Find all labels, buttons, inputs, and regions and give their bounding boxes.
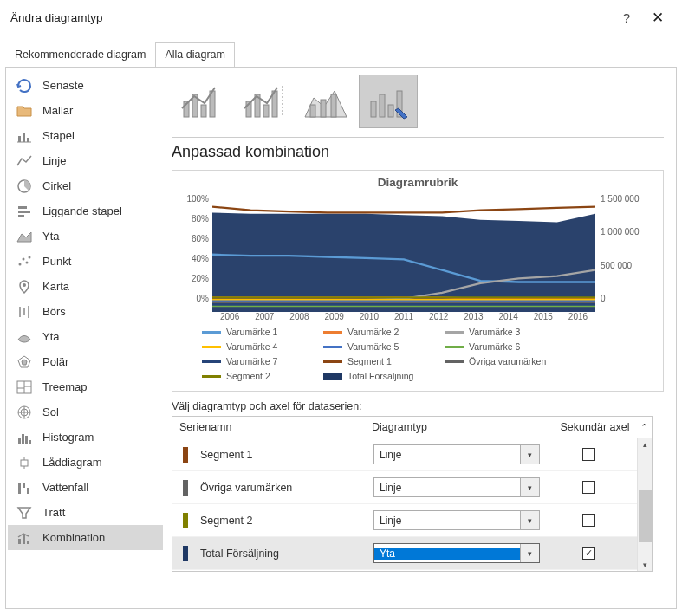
subtype-custom[interactable] bbox=[359, 75, 418, 128]
chart-type-dropdown[interactable]: Linje▾ bbox=[373, 510, 540, 530]
sidebar-item-label: Cirkel bbox=[42, 179, 71, 192]
dropdown-value: Yta bbox=[374, 548, 520, 560]
secondary-axis-checkbox[interactable] bbox=[582, 481, 595, 494]
chevron-down-icon[interactable]: ▾ bbox=[520, 445, 539, 464]
scrollbar[interactable]: ▴ ▾ bbox=[637, 438, 652, 571]
subtype-1[interactable] bbox=[172, 75, 231, 128]
close-button[interactable]: ✕ bbox=[644, 9, 672, 27]
surface-icon bbox=[15, 328, 34, 346]
sidebar-item-label: Stapel bbox=[42, 129, 75, 142]
series-name: Segment 2 bbox=[200, 515, 373, 527]
tab-recommended[interactable]: Rekommenderade diagram bbox=[5, 42, 155, 67]
sidebar-item-line[interactable]: Linje bbox=[8, 148, 163, 173]
sidebar-item-folder[interactable]: Mallar bbox=[8, 98, 163, 123]
sidebar-item-map[interactable]: Karta bbox=[8, 274, 163, 299]
svg-point-11 bbox=[26, 261, 29, 263]
col-charttype: Diagramtyp bbox=[372, 421, 554, 433]
line-icon bbox=[15, 152, 34, 170]
chart-legend: Varumärke 1Varumärke 2Varumärke 3Varumär… bbox=[202, 327, 651, 386]
series-name: Segment 1 bbox=[200, 449, 373, 461]
sidebar-item-label: Polär bbox=[42, 355, 68, 368]
chart-type-sidebar: SenasteMallarStapelLinjeCirkelLiggande s… bbox=[6, 68, 165, 608]
svg-rect-2 bbox=[27, 138, 29, 142]
secondary-axis-checkbox[interactable]: ✓ bbox=[582, 547, 595, 560]
treemap-icon bbox=[15, 379, 34, 396]
grid-header: Serienamn Diagramtyp Sekundär axel ⌃ bbox=[172, 416, 653, 438]
svg-point-12 bbox=[29, 256, 31, 258]
sidebar-item-treemap[interactable]: Treemap bbox=[8, 374, 163, 399]
svg-rect-53 bbox=[331, 94, 336, 117]
legend-item: Segment 2 bbox=[202, 371, 323, 381]
sidebar-item-stock[interactable]: Börs bbox=[8, 299, 163, 324]
legend-item: Segment 1 bbox=[323, 356, 445, 366]
chevron-down-icon[interactable]: ▾ bbox=[520, 544, 539, 562]
series-swatch bbox=[183, 546, 188, 561]
sidebar-item-combo[interactable]: Kombination bbox=[8, 525, 163, 550]
svg-rect-38 bbox=[18, 539, 21, 544]
subtype-2[interactable] bbox=[234, 75, 293, 128]
series-swatch bbox=[183, 447, 188, 463]
sidebar-item-surface[interactable]: Yta bbox=[8, 324, 163, 349]
series-swatch bbox=[183, 513, 188, 528]
sidebar-item-scatter[interactable]: Punkt bbox=[8, 249, 163, 274]
svg-rect-7 bbox=[18, 215, 24, 217]
legend-item: Varumärke 2 bbox=[323, 327, 445, 337]
scroll-up-icon[interactable]: ⌃ bbox=[636, 422, 652, 433]
svg-rect-27 bbox=[18, 438, 21, 444]
tab-all[interactable]: Alla diagram bbox=[155, 42, 234, 67]
sidebar-item-waterfall[interactable]: Vattenfall bbox=[8, 475, 163, 500]
sidebar-item-funnel[interactable]: Tratt bbox=[8, 500, 163, 525]
sidebar-item-radar[interactable]: Polär bbox=[8, 349, 163, 374]
svg-point-13 bbox=[23, 283, 26, 287]
legend-item: Övriga varumärken bbox=[445, 356, 566, 366]
sidebar-item-recent[interactable]: Senaste bbox=[8, 73, 163, 98]
sidebar-item-bar[interactable]: Stapel bbox=[8, 123, 163, 148]
secondary-axis-checkbox[interactable] bbox=[582, 514, 595, 527]
svg-point-10 bbox=[23, 257, 25, 260]
svg-rect-55 bbox=[380, 94, 385, 117]
chart-title: Diagramrubrik bbox=[176, 176, 659, 189]
sidebar-item-label: Mallar bbox=[42, 104, 73, 117]
scrollbar-thumb[interactable] bbox=[639, 490, 652, 542]
map-icon bbox=[15, 278, 34, 295]
secondary-axis-checkbox[interactable] bbox=[582, 448, 595, 461]
sidebar-item-hbar[interactable]: Liggande stapel bbox=[8, 198, 163, 224]
sidebar-item-histogram[interactable]: Histogram bbox=[8, 425, 163, 450]
sunburst-icon bbox=[15, 404, 34, 421]
svg-rect-6 bbox=[18, 211, 30, 213]
sidebar-item-sunburst[interactable]: Sol bbox=[8, 399, 163, 425]
chart-preview: Diagramrubrik 100%80%60%40%20%0% 1 500 0… bbox=[172, 170, 664, 392]
legend-item: Varumärke 6 bbox=[445, 341, 566, 352]
scroll-down-arrow-icon[interactable]: ▾ bbox=[643, 561, 647, 569]
svg-marker-37 bbox=[18, 508, 30, 518]
sidebar-item-label: Yta bbox=[42, 230, 60, 243]
sidebar-item-label: Histogram bbox=[42, 431, 94, 444]
help-button[interactable]: ? bbox=[616, 10, 637, 25]
sidebar-item-label: Senaste bbox=[42, 79, 84, 92]
sidebar-item-label: Yta bbox=[42, 330, 60, 343]
sidebar-item-area[interactable]: Yta bbox=[8, 224, 163, 249]
series-config-label: Välj diagramtyp och axel för dataserien: bbox=[172, 400, 664, 412]
chart-type-dropdown[interactable]: Linje▾ bbox=[373, 444, 540, 464]
svg-marker-18 bbox=[22, 360, 27, 365]
svg-rect-31 bbox=[21, 460, 28, 466]
scroll-up-arrow-icon[interactable]: ▴ bbox=[643, 440, 647, 449]
svg-rect-28 bbox=[22, 434, 24, 444]
sidebar-item-label: Tratt bbox=[42, 506, 65, 519]
svg-point-9 bbox=[19, 263, 22, 265]
series-grid: Segment 1Linje▾Övriga varumärkenLinje▾Se… bbox=[172, 438, 653, 572]
series-row: Total FörsäljningYta▾✓ bbox=[172, 537, 652, 570]
subtype-3[interactable] bbox=[296, 75, 355, 128]
plot-area bbox=[212, 192, 595, 312]
sidebar-item-pie[interactable]: Cirkel bbox=[8, 173, 163, 198]
chevron-down-icon[interactable]: ▾ bbox=[520, 478, 539, 496]
chart-type-dropdown[interactable]: Linje▾ bbox=[373, 477, 540, 497]
y-axis-left: 100%80%60%40%20%0% bbox=[176, 192, 212, 312]
pie-icon bbox=[15, 178, 34, 195]
sidebar-item-label: Punkt bbox=[42, 255, 71, 268]
chart-type-dropdown[interactable]: Yta▾ bbox=[373, 543, 540, 563]
sidebar-item-box[interactable]: Låddiagram bbox=[8, 450, 163, 475]
svg-rect-52 bbox=[321, 100, 326, 117]
chevron-down-icon[interactable]: ▾ bbox=[520, 511, 539, 529]
dropdown-value: Linje bbox=[374, 482, 520, 494]
